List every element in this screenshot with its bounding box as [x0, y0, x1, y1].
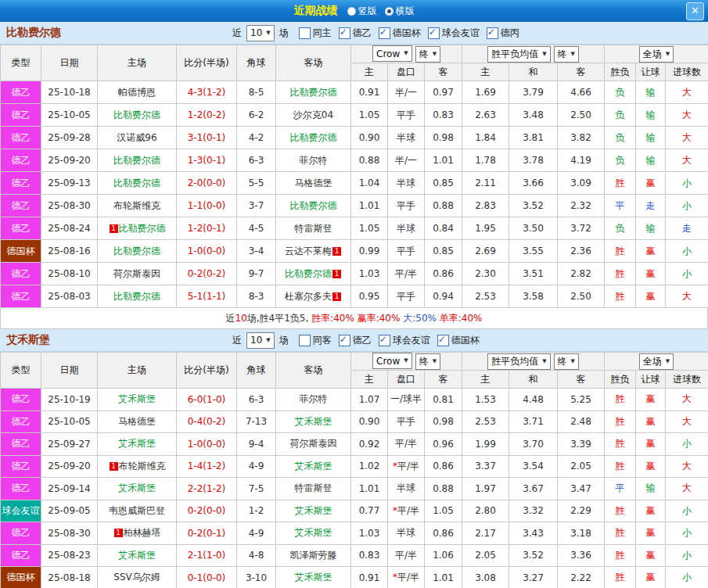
home-team: 艾禾斯堡 [98, 433, 177, 456]
section-header: 艾禾斯堡近10▼场同客德乙球会友谊德国杯 [0, 329, 708, 352]
league-filter[interactable]: 球会友谊 [428, 27, 480, 40]
team-section: 艾禾斯堡近10▼场同客德乙球会友谊德国杯类型日期主场比分(半场)角球客场Crow… [0, 329, 708, 588]
odds-away-win: 2.36 [558, 240, 605, 263]
handicap-line-text: 平手 [397, 200, 415, 211]
score: 3-1(0-1) [177, 127, 237, 149]
chevron-down-icon: ▼ [266, 30, 270, 36]
away-team: 特雷斯登 [276, 217, 351, 240]
checkbox-icon[interactable] [299, 27, 311, 39]
league-filter[interactable]: 德乙 [339, 334, 372, 347]
league-filter[interactable]: 球会友谊 [379, 334, 430, 347]
period-select-2[interactable]: 终▼ [554, 46, 579, 63]
handicap-odds-home: 0.92 [351, 433, 388, 456]
corners: 4-5 [237, 217, 276, 240]
league-filter[interactable]: 德国杯 [379, 27, 421, 40]
league-badge: 德乙 [1, 478, 41, 500]
match-row: 德乙25-09-14艾禾斯堡2-2(1-2)7-5特雷斯登1.01半球0.881… [1, 478, 708, 500]
team-name-text: 艾禾斯堡 [295, 461, 332, 471]
result-handicap: 赢 [636, 285, 666, 308]
scope-select[interactable]: 全场▼ [639, 353, 674, 370]
league-badge: 德乙 [1, 411, 41, 433]
scope-select[interactable]: 全场▼ [639, 46, 674, 63]
team-name-text: SSV乌尔姆 [113, 572, 160, 583]
checkbox-icon[interactable] [379, 335, 390, 346]
chevron-down-icon: ▼ [404, 358, 408, 364]
odds-home-win: 1.99 [462, 433, 509, 456]
handicap-odds-away: 0.98 [425, 411, 462, 433]
radio-label: 横版 [396, 5, 415, 18]
odds-home-win: 1.97 [462, 478, 509, 500]
corners: 6-2 [237, 104, 276, 127]
checkbox-icon[interactable] [437, 335, 449, 346]
view-radio-vertical[interactable]: 竖版 [347, 5, 377, 18]
handicap-odds-home: 1.02 [351, 455, 388, 478]
filter-label: 德国杯 [393, 27, 421, 40]
result-goals: 小 [666, 263, 708, 285]
result-goals: 小 [666, 195, 708, 217]
period-select-2[interactable]: 终▼ [554, 353, 579, 370]
handicap-odds-away: 0.85 [425, 240, 462, 263]
matches-table: 类型日期主场比分(半场)角球客场Crow▼终▼胜平负均值▼终▼全场▼主盘口客主和… [0, 45, 708, 308]
checkbox-icon[interactable] [428, 27, 440, 39]
filter-controls: 近10▼场同主德乙德国杯球会友谊德丙 [229, 25, 519, 41]
league-filter[interactable]: 德乙 [339, 27, 372, 40]
odds-home-win: 1.69 [462, 81, 509, 104]
odds-mean-select[interactable]: 胜平负均值▼ [487, 46, 550, 63]
team-name-text: 韦恩威斯巴登 [109, 505, 165, 516]
checkbox-icon[interactable] [339, 335, 350, 346]
result-handicap: 输 [636, 81, 666, 104]
league-filter[interactable]: 德丙 [487, 27, 519, 40]
team-name-text: 云达不莱梅 [285, 246, 332, 256]
checkbox-icon[interactable] [339, 27, 350, 39]
handicap-odds-home: 0.99 [351, 240, 388, 263]
handicap-odds-home: 1.03 [351, 263, 388, 285]
odds-home-win: 2.11 [462, 172, 509, 195]
col-result: 胜负 [605, 371, 636, 389]
scope-group: 全场▼ [605, 353, 708, 371]
bookmaker-select[interactable]: Crow▼ [372, 353, 412, 369]
team-title: 艾禾斯堡 [0, 333, 229, 347]
handicap-line-text: 半球 [397, 527, 415, 538]
team-name-text: 艾禾斯堡 [118, 393, 156, 404]
match-row: 德乙25-08-301柏林赫塔0-2(0-1)4-9艾禾斯堡1.03半球0.86… [1, 522, 708, 545]
corners: 6-3 [237, 149, 276, 172]
corners: 7-13 [237, 411, 276, 433]
result-handicap: 赢 [636, 455, 666, 478]
match-count-select[interactable]: 10▼ [246, 332, 275, 349]
away-team: 荷尔斯泰因 [276, 433, 351, 456]
league-filter[interactable]: 同主 [299, 27, 332, 40]
match-row: 德乙25-08-241比勒费尔德1-2(0-1)4-5特雷斯登1.05半球0.8… [1, 217, 708, 240]
period-select[interactable]: 终▼ [415, 46, 440, 63]
view-radio-horizontal[interactable]: 横版 [385, 5, 415, 18]
match-count-select[interactable]: 10▼ [246, 25, 275, 41]
handicap-odds-away: 0.83 [425, 104, 462, 127]
odds-mean-select[interactable]: 胜平负均值▼ [487, 353, 550, 370]
result-outcome: 胜 [605, 567, 636, 588]
handicap-odds-home: 1.01 [351, 195, 388, 217]
league-badge: 德乙 [1, 455, 41, 478]
odds-away-win: 3.18 [558, 522, 605, 545]
result-outcome: 负 [605, 149, 636, 172]
match-date: 25-10-05 [41, 104, 98, 127]
red-card-badge: 1 [110, 224, 118, 233]
league-badge: 德乙 [1, 104, 41, 127]
result-handicap: 赢 [636, 544, 666, 567]
odds-away-win: 2.48 [558, 411, 605, 433]
checkbox-icon[interactable] [299, 335, 311, 346]
league-filter[interactable]: 德国杯 [437, 334, 480, 347]
home-team: 荷尔斯泰因 [98, 263, 177, 285]
checkbox-icon[interactable] [379, 27, 390, 39]
col-header-away: 客场 [276, 353, 351, 389]
checkbox-icon[interactable] [487, 27, 498, 39]
handicap-odds-home: 0.77 [351, 500, 388, 522]
score: 1-1(0-0) [177, 195, 237, 217]
corners: 3-10 [237, 567, 276, 588]
bookmaker-select[interactable]: Crow▼ [372, 45, 412, 62]
home-team: 比勒费尔德 [98, 285, 177, 308]
red-card-badge: 1 [332, 270, 341, 278]
close-button[interactable]: ✕ [686, 2, 704, 20]
league-filter[interactable]: 同客 [299, 334, 332, 347]
period-select[interactable]: 终▼ [415, 353, 440, 370]
col-ah-away: 客 [425, 371, 462, 389]
filter-controls: 近10▼场同客德乙球会友谊德国杯 [229, 332, 480, 349]
